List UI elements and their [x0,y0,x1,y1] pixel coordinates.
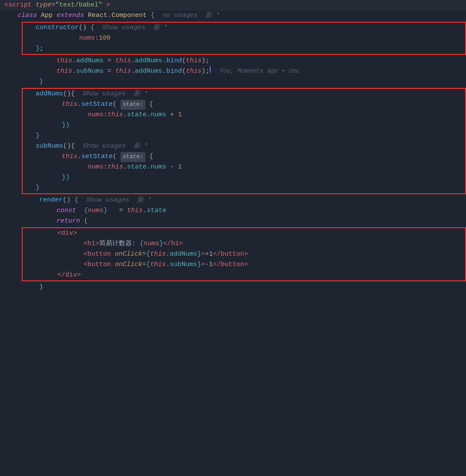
dot15: . [166,260,170,270]
dot9: . [147,110,151,120]
btn2-close-tag: button [221,260,244,270]
close-brace-addNums: } [36,131,40,141]
return-line: return ( [0,216,466,226]
this-3: this [186,56,201,66]
nums-ref2: nums [151,162,166,172]
this-4: this [57,66,72,77]
div-open-bracket: < [57,228,61,239]
addNums-expr-close: } [197,249,201,260]
bind-fn1: bind [166,56,182,66]
return-close-line: ) [0,282,466,293]
type-attr: type [36,0,51,10]
btn1-tag: button [87,249,111,260]
plus-op: + [166,110,178,120]
this-11: this [127,206,143,216]
close-paren: ) [39,282,43,293]
nums-key3: nums [88,162,104,172]
line-1: <script type="text/babel" > [0,0,466,10]
dot11: . [123,162,127,172]
btn2-open: < [84,260,87,270]
btn2-space [111,260,115,270]
equals1: = [104,56,115,66]
addnums-close-line: } [23,131,465,141]
colon2: : [104,110,107,120]
dot12: . [147,162,151,172]
addNums-ref2: addNums [135,56,162,66]
react-name: React [88,10,107,21]
addNums-method-name: addNums [36,89,63,99]
this-7: this [62,99,77,110]
dot13: . [143,206,147,216]
div-close-line: </div> [23,270,465,280]
component-name: Component [111,10,147,21]
dot1: . [72,56,76,66]
methods-box: addNums(){ Show usages 新 * this.setState… [22,88,466,194]
bind-args2: ( [182,66,186,77]
class-keyword: class [17,10,37,21]
button-sub-line: <button onClick={this.subNums}>-1</butto… [23,260,465,270]
button-add-line: <button onClick={this.addNums}>+1</butto… [23,249,465,260]
btn2-close-open: > [201,260,205,270]
this-9: this [62,152,77,162]
no-usages-hint: no usages 新 * [154,10,220,21]
minus-op: - [166,162,178,172]
show-usages-render: Show usages 新 * [78,195,151,206]
subnums-close-line: } [23,183,465,193]
num-1: 1 [178,110,182,120]
dot2: . [131,56,135,66]
subNums-expr-close: } [197,260,201,270]
dot6: . [162,66,166,77]
setState-obj2: { [145,152,153,162]
this-2: this [115,56,131,66]
setState-fn1: setState [81,99,113,110]
btn2-close: </ [213,260,221,270]
onClick2-attr: onClick [115,260,142,270]
div-open-close: > [73,228,77,239]
setstate1-open-line: this.setState( state: { [23,99,465,110]
show-usages-addNums: Show usages 新 * [75,89,148,99]
nums-ref1: nums [151,110,166,120]
dot4: . [72,66,76,77]
equals3: = [107,206,127,216]
text-cursor [210,66,211,73]
destructure-close: } [104,206,107,216]
dot8: . [123,110,127,120]
setState-obj1: { [145,99,153,110]
subNums-method-name: subNums [36,141,63,152]
show-usages-constructor: Show usages 新 * [94,23,168,33]
script-tag: script [8,0,32,10]
close-brace-subNums: } [36,183,40,193]
btn1-close-tag: button [221,249,244,260]
subNums-expr-open: { [146,260,150,270]
bind-subnums-line: this.subNums = this.addNums.bind(this);Y… [0,66,466,77]
btn1-close-bracket: > [244,249,248,260]
setState-paren2: ( [113,152,121,162]
setState-fn2: setState [81,152,113,162]
state-badge-1: state: [121,100,145,110]
open-brace-constructor: { [91,23,94,33]
dot7: . [77,99,81,110]
subNums-parens: (){ [63,141,75,152]
addNums-expr-open: { [146,249,150,260]
bind-addnums-line: this.addNums = this.addNums.bind(this); [0,56,466,66]
return-keyword: return [57,216,80,226]
h1-close-tag: h1 [171,239,179,249]
state-badge-2: state: [121,152,145,162]
btn2-eq: = [142,260,146,270]
dot3: . [162,56,166,66]
div-tag-name: div [61,228,73,239]
const-nums-line: const {nums} = this.state [0,206,466,216]
h1-close-bracket: > [179,239,183,249]
return-paren: ( [80,216,88,226]
close-brace-state2: }) [62,172,70,183]
this-1: this [57,56,72,66]
addNums-handler: addNums [170,249,197,260]
close-brace-line: } [0,77,466,87]
state-ref3: state [147,206,166,216]
setstate2-close-line: }) [23,172,465,183]
type-value: "text/babel" [55,0,102,10]
render-decl-line: render() { Show usages 新 * [0,195,466,206]
bind-close2: ); [201,66,209,77]
div-close-tag: div [65,270,77,280]
extends-keyword: extends [57,10,84,21]
